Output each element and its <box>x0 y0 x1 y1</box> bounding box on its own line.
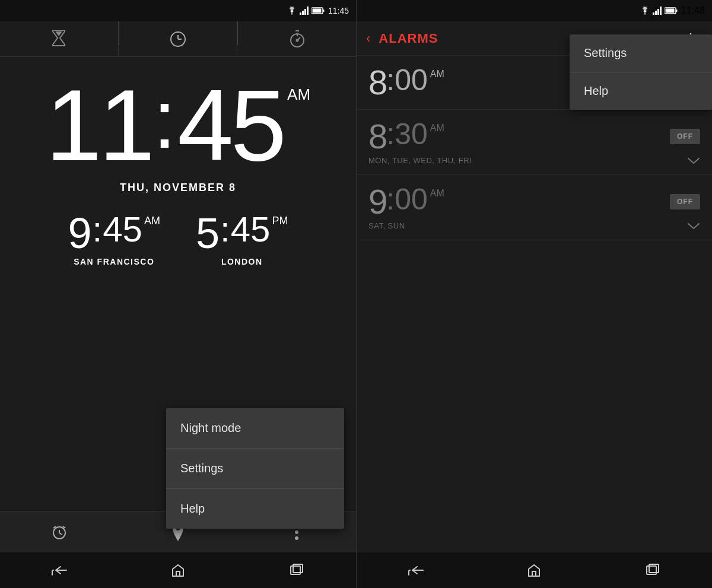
alarm-time-3: 9 : 00 AM <box>368 185 444 219</box>
back-chevron[interactable]: ‹ <box>366 31 370 46</box>
world-clock-sf: 9 : 45 AM SAN FRANCISCO <box>68 212 160 266</box>
ctx-help-right[interactable]: Help <box>570 72 712 110</box>
wc-time-london: 5 : 45 PM <box>196 212 288 255</box>
wc-ampm-london: PM <box>272 215 288 227</box>
alarm-hour-2: 8 <box>368 119 386 154</box>
left-panel: 11:45 <box>0 0 356 588</box>
alarm-days-2: MON, TUE, WED, THU, FRI <box>368 156 472 165</box>
alarm-hour-3: 9 <box>368 185 386 219</box>
svg-rect-2 <box>304 9 306 15</box>
svg-rect-29 <box>660 7 662 15</box>
context-menu-left: Night mode Settings Help <box>166 408 344 529</box>
battery-icon-right <box>665 7 678 14</box>
svg-rect-23 <box>176 571 180 576</box>
alarm-time-row-3: 9 : 00 AM OFF <box>368 185 700 219</box>
expand-chevron-3[interactable] <box>687 222 700 230</box>
signal-icon <box>300 7 309 15</box>
back-button-right[interactable] <box>401 558 431 582</box>
ctx-help-left[interactable]: Help <box>166 489 344 529</box>
svg-rect-27 <box>655 11 657 15</box>
world-clocks: 9 : 45 AM SAN FRANCISCO 5 : 45 PM LONDON <box>68 212 288 266</box>
wifi-icon-right <box>640 7 650 15</box>
alarm-colon-1: : <box>386 65 395 95</box>
main-date: THU, NOVEMBER 8 <box>120 182 236 194</box>
right-panel: 11:48 ‹ ALARMS + ⋮ 8 : 00 AM 8 : 30 AM O… <box>356 0 712 588</box>
home-button-right[interactable] <box>519 558 549 582</box>
wc-minutes-sf: 45 <box>103 212 142 247</box>
wc-colon-london: : <box>220 212 230 247</box>
wifi-icon <box>287 7 297 15</box>
tab-stopwatch[interactable] <box>238 21 356 56</box>
main-hour: 11 <box>46 75 152 176</box>
svg-rect-1 <box>302 11 304 15</box>
context-menu-right: Settings Help <box>570 34 712 110</box>
recents-button-left[interactable] <box>282 558 312 582</box>
alarm-days-row-3: SAT, SUN <box>368 221 700 230</box>
left-status-time: 11:45 <box>328 6 349 15</box>
status-bar-right: 11:48 <box>357 0 712 21</box>
recents-button-right[interactable] <box>638 558 668 582</box>
world-clock-london: 5 : 45 PM LONDON <box>196 212 288 266</box>
wc-hour-sf: 9 <box>68 212 92 255</box>
status-bar-left: 11:45 <box>0 0 356 21</box>
svg-line-17 <box>59 533 62 535</box>
right-status-time: 11:48 <box>681 5 705 16</box>
status-icons-left <box>287 7 325 15</box>
main-time-display: 11 : 45 AM <box>46 75 310 176</box>
main-colon: : <box>153 78 176 161</box>
wc-colon-sf: : <box>93 212 103 247</box>
alarm-row-2[interactable]: 8 : 30 AM OFF MON, TUE, WED, THU, FRI <box>357 110 712 175</box>
wc-minutes-london: 45 <box>231 212 271 247</box>
sys-nav-right <box>357 552 712 588</box>
svg-point-22 <box>295 536 298 540</box>
alarm-days-row-2: MON, TUE, WED, THU, FRI <box>368 156 700 165</box>
alarm-colon-3: : <box>386 185 395 214</box>
tab-bar-left <box>0 21 356 57</box>
alarm-time-1: 8 : 00 AM <box>368 65 444 100</box>
alarm-time-row-2: 8 : 30 AM OFF <box>368 119 700 154</box>
wc-city-london: LONDON <box>221 257 263 266</box>
svg-rect-32 <box>665 9 674 13</box>
home-button-left[interactable] <box>163 558 193 582</box>
tab-timer[interactable] <box>0 21 119 56</box>
alarm-toggle-3[interactable]: OFF <box>670 194 700 209</box>
alarm-hour-1: 8 <box>368 65 386 100</box>
ctx-settings-left[interactable]: Settings <box>166 449 344 489</box>
main-ampm: AM <box>287 87 310 102</box>
ctx-night-mode[interactable]: Night mode <box>166 408 344 449</box>
battery-icon <box>312 7 325 14</box>
svg-rect-28 <box>657 9 659 15</box>
svg-point-14 <box>296 39 298 41</box>
wc-hour-london: 5 <box>196 212 220 255</box>
svg-rect-33 <box>532 571 536 576</box>
expand-chevron-2[interactable] <box>687 157 700 165</box>
wc-ampm-sf: AM <box>144 215 160 227</box>
svg-rect-6 <box>312 9 321 13</box>
signal-icon-right <box>653 7 662 15</box>
wc-city-sf: SAN FRANCISCO <box>74 257 154 266</box>
sys-nav-left <box>0 552 356 588</box>
alarm-toggle-2[interactable]: OFF <box>670 129 700 144</box>
svg-point-21 <box>295 530 298 534</box>
alarm-ampm-3: AM <box>430 188 444 199</box>
alarm-clock-icon[interactable] <box>47 520 71 544</box>
main-minutes: 45 <box>177 75 284 176</box>
alarm-ampm-1: AM <box>430 69 444 80</box>
svg-rect-3 <box>307 7 309 15</box>
svg-rect-5 <box>323 9 324 12</box>
svg-rect-0 <box>300 12 301 15</box>
back-button-left[interactable] <box>44 558 74 582</box>
content-spacer <box>357 240 712 552</box>
svg-rect-31 <box>676 9 677 12</box>
status-icons-right <box>640 7 678 15</box>
alarm-row-3[interactable]: 9 : 00 AM OFF SAT, SUN <box>357 175 712 240</box>
ctx-settings-right[interactable]: Settings <box>570 34 712 72</box>
alarm-minutes-3: 00 <box>395 185 428 214</box>
svg-rect-26 <box>653 12 654 15</box>
wc-time-sf: 9 : 45 AM <box>68 212 160 255</box>
alarm-time-2: 8 : 30 AM <box>368 119 444 154</box>
tab-clock[interactable] <box>119 21 238 56</box>
alarm-colon-2: : <box>386 119 395 149</box>
alarm-days-3: SAT, SUN <box>368 221 405 230</box>
alarm-minutes-2: 30 <box>395 119 428 149</box>
